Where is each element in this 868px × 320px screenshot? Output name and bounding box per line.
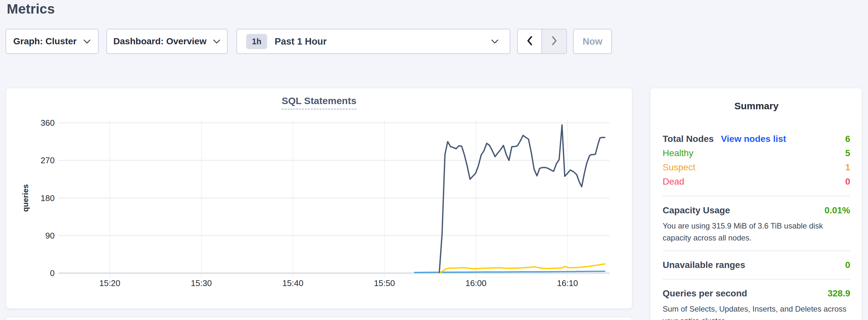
next-time-window-button[interactable]: [542, 29, 567, 54]
healthy-label: Healthy: [663, 148, 693, 158]
svg-text:16:00: 16:00: [465, 278, 486, 288]
graph-dropdown-label: Graph: Cluster: [13, 36, 76, 46]
svg-text:0: 0: [50, 268, 55, 278]
graph-dropdown[interactable]: Graph: Cluster: [5, 29, 99, 54]
svg-text:15:40: 15:40: [282, 278, 303, 288]
total-nodes-row: Total Nodes View nodes list 6: [663, 132, 850, 146]
svg-text:270: 270: [41, 156, 55, 165]
total-nodes-value: 6: [845, 134, 850, 144]
suspect-value: 1: [845, 162, 850, 172]
dashboard-dropdown-label: Dashboard: Overview: [114, 36, 207, 46]
unavailable-ranges-row: Unavailable ranges 0: [663, 258, 850, 272]
qps-description: Sum of Selects, Updates, Inserts, and De…: [663, 303, 850, 320]
capacity-row: Capacity Usage 0.01%: [663, 203, 850, 218]
sql-statements-chart-card: SQL Statements 15:2015:3015:4015:5016:00…: [6, 88, 632, 309]
view-nodes-list-link[interactable]: View nodes list: [721, 134, 786, 144]
metrics-page: Metrics Graph: Cluster Dashboard: Overvi…: [0, 0, 868, 320]
suspect-label: Suspect: [663, 162, 695, 172]
svg-text:15:30: 15:30: [191, 278, 212, 288]
divider: [663, 196, 850, 196]
capacity-description: You are using 315.9 MiB of 3.6 TiB usabl…: [663, 220, 850, 244]
qps-value: 328.9: [828, 288, 850, 299]
chevron-down-icon: [213, 39, 221, 44]
time-range-selector[interactable]: 1h Past 1 Hour: [237, 29, 510, 54]
time-range-badge: 1h: [246, 34, 267, 49]
svg-text:360: 360: [41, 118, 55, 128]
time-window-pager: [517, 29, 567, 54]
total-nodes-label: Total Nodes: [663, 134, 714, 144]
chevron-down-icon: [491, 39, 499, 44]
dead-nodes-row: Dead 0: [663, 174, 850, 189]
next-chart-card: [6, 317, 632, 320]
chevron-down-icon: [83, 39, 91, 44]
unavailable-ranges-label: Unavailable ranges: [663, 260, 745, 270]
svg-text:16:10: 16:10: [557, 278, 578, 288]
chevron-left-icon: [526, 36, 533, 47]
suspect-nodes-row: Suspect 1: [663, 160, 850, 174]
dead-label: Dead: [663, 177, 684, 187]
capacity-section: Capacity Usage 0.01% You are using 315.9…: [663, 203, 850, 244]
svg-text:queries: queries: [21, 184, 30, 212]
previous-time-window-button[interactable]: [517, 29, 542, 54]
now-button[interactable]: Now: [573, 29, 612, 54]
qps-row: Queries per second 328.9: [663, 286, 850, 300]
dead-value: 0: [845, 177, 850, 187]
svg-text:180: 180: [41, 193, 55, 203]
unavailable-ranges-value: 0: [845, 260, 850, 270]
summary-panel: Summary Total Nodes View nodes list 6 He…: [650, 88, 862, 320]
capacity-value: 0.01%: [825, 205, 850, 216]
divider: [663, 279, 850, 280]
sql-statements-chart[interactable]: 15:2015:3015:4015:5016:0016:100901802703…: [6, 88, 632, 309]
qps-section: Queries per second 328.9 Sum of Selects,…: [663, 286, 850, 320]
qps-label: Queries per second: [663, 288, 747, 299]
dashboard-dropdown[interactable]: Dashboard: Overview: [106, 29, 228, 54]
svg-text:15:50: 15:50: [374, 278, 395, 288]
capacity-label: Capacity Usage: [663, 205, 730, 216]
divider: [663, 251, 850, 251]
page-title: Metrics: [7, 1, 55, 17]
summary-title: Summary: [663, 100, 850, 111]
svg-text:90: 90: [45, 231, 55, 241]
healthy-value: 5: [845, 148, 850, 158]
unavailable-ranges-section: Unavailable ranges 0: [663, 258, 850, 272]
time-range-label: Past 1 Hour: [275, 36, 327, 47]
healthy-nodes-row: Healthy 5: [663, 146, 850, 160]
svg-text:15:20: 15:20: [99, 278, 120, 288]
chevron-right-icon: [551, 36, 558, 47]
